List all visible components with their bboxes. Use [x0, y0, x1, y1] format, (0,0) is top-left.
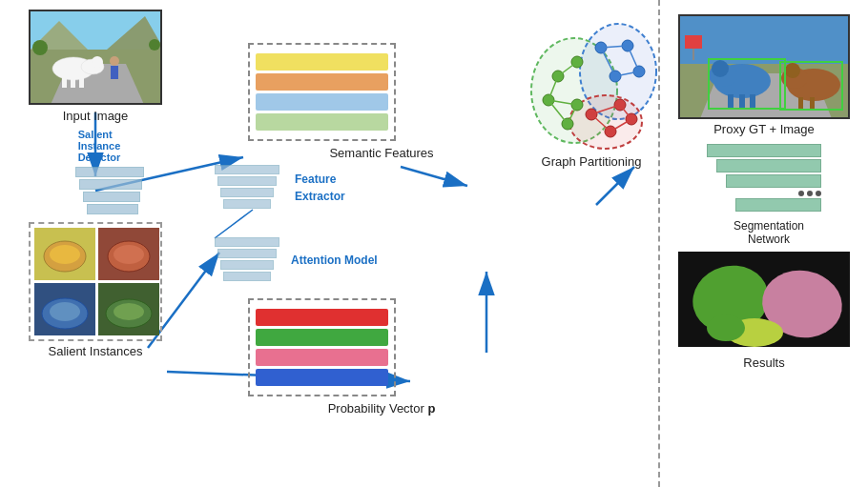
semantic-features-area: Semantic Features	[219, 29, 520, 160]
instance-cell-1	[34, 228, 95, 280]
att-layer-1	[215, 237, 279, 247]
feat-layer-3	[83, 192, 140, 202]
fe-layer-2	[217, 176, 277, 186]
feature-extractor-stack	[215, 165, 279, 209]
svg-rect-16	[79, 76, 84, 88]
semantic-features-label: Semantic Features	[243, 146, 520, 160]
feat-label-1: Feature	[295, 172, 336, 186]
att-layer-2	[217, 249, 277, 258]
feat-layer-4	[87, 204, 138, 214]
left-section: Input Image Salient Instance Detector	[0, 0, 191, 487]
attention-model-label: Attention Model	[291, 251, 378, 268]
svg-point-33	[50, 302, 80, 321]
svg-rect-79	[810, 97, 815, 110]
salient-instances-label: Salient Instances	[48, 344, 142, 358]
salient-detector-label: Salient Instance Detector	[78, 129, 121, 163]
feature-extractor-label-text: Feature Extractor	[295, 170, 345, 204]
inst3-svg	[34, 283, 95, 335]
svg-point-30	[114, 245, 144, 264]
probability-vector-label: Probability Vector p	[243, 401, 520, 416]
seg-layer-4	[735, 198, 821, 212]
proxy-scene-svg	[680, 16, 850, 119]
sem-layer-3	[256, 93, 388, 111]
detector-label-3: Detector	[78, 152, 121, 163]
salient-instances-grid	[29, 222, 162, 341]
feat-label-2: Extractor	[295, 190, 345, 203]
input-image	[29, 10, 162, 105]
prob-layer-2	[256, 329, 388, 346]
svg-rect-74	[750, 94, 755, 108]
prob-layer-4	[256, 369, 388, 386]
proxy-gt-area: Proxy GT + Image	[665, 14, 863, 136]
svg-rect-72	[728, 94, 734, 108]
proxy-gt-label: Proxy GT + Image	[665, 122, 863, 136]
feat-layer-2	[79, 179, 142, 190]
svg-point-36	[114, 303, 144, 320]
graph-partitioning-label: Graph Partitioning	[542, 154, 642, 169]
svg-point-24	[149, 39, 160, 51]
svg-point-27	[50, 245, 80, 264]
svg-rect-82	[685, 35, 702, 49]
probability-vector-area: Probability Vector p	[219, 289, 520, 416]
right-section: Proxy GT + Image Segmentation Network	[658, 0, 868, 487]
graph-section: Graph Partitioning	[525, 0, 658, 487]
input-image-label: Input Image	[63, 109, 129, 123]
svg-point-88	[707, 315, 745, 341]
attention-stack	[215, 237, 279, 281]
seg-dot-3	[816, 191, 821, 196]
middle-section: Semantic Features Feature Extractor	[191, 0, 525, 487]
seg-layer-1	[707, 144, 821, 157]
results-svg	[678, 252, 850, 347]
svg-point-71	[712, 60, 729, 77]
svg-rect-78	[798, 97, 803, 110]
fe-layer-4	[223, 199, 271, 209]
seg-layer-3	[726, 174, 821, 188]
semantic-box	[248, 43, 396, 141]
svg-rect-66	[680, 16, 850, 64]
diagram-container: Input Image Salient Instance Detector	[0, 0, 868, 487]
sem-layer-1	[256, 53, 388, 71]
attention-model-area: Attention Model	[205, 237, 520, 281]
svg-point-23	[32, 40, 48, 55]
svg-rect-73	[739, 94, 745, 108]
seg-network-area	[707, 144, 821, 212]
prob-layer-1	[256, 309, 388, 326]
attention-label: Attention Model	[291, 254, 378, 267]
proxy-image	[678, 14, 850, 119]
p-bold: p	[427, 401, 435, 416]
seg-layer-2	[716, 159, 821, 172]
seg-network-label: Segmentation Network	[674, 219, 863, 246]
input-image-canvas	[31, 11, 160, 103]
results-label: Results	[665, 355, 863, 370]
input-scene-svg	[31, 11, 162, 105]
svg-rect-83	[692, 49, 694, 60]
seg-dot-2	[807, 191, 813, 196]
svg-rect-14	[62, 76, 67, 88]
sem-layer-4	[256, 113, 388, 131]
seg-label-line1: Segmentation	[734, 219, 804, 233]
sem-layer-2	[256, 73, 388, 91]
instance-label-2: Instance	[78, 140, 121, 152]
seg-label-line2: Network	[748, 233, 790, 246]
fe-layer-1	[215, 165, 279, 174]
inst2-svg	[98, 228, 159, 280]
svg-rect-20	[111, 66, 118, 79]
att-layer-3	[220, 260, 274, 270]
feat-layer-1	[75, 167, 144, 177]
prob-layer-3	[256, 349, 388, 366]
svg-point-19	[110, 56, 119, 66]
seg-dot-1	[798, 191, 804, 196]
salient-label-1: Salient	[78, 129, 113, 140]
inst1-svg	[34, 228, 95, 280]
results-image	[678, 252, 850, 347]
instance-cell-4	[98, 283, 159, 335]
fe-layer-3	[220, 188, 274, 197]
instance-cell-3	[34, 283, 95, 335]
svg-point-18	[92, 56, 103, 68]
feature-extractor-area: Feature Extractor	[205, 165, 520, 209]
feature-stack-left	[75, 167, 144, 214]
svg-point-77	[785, 63, 800, 78]
graph-svg	[525, 19, 658, 152]
att-layer-4	[223, 272, 271, 281]
inst4-svg	[98, 283, 159, 335]
